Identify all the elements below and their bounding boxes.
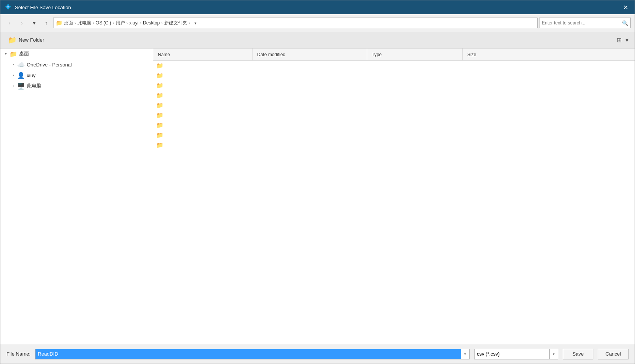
file-row[interactable]: 📁 [153, 91, 635, 100]
new-folder-label: New Folder [19, 37, 44, 43]
filename-input-wrapper: ▾ [35, 349, 470, 359]
dialog-icon: 💠 [5, 4, 12, 11]
breadcrumb-sep-7: › [189, 21, 190, 25]
breadcrumb-sep-1: › [75, 21, 76, 25]
new-folder-button[interactable]: 📁 New Folder [5, 34, 47, 46]
breadcrumb-sep-2: › [93, 21, 94, 25]
filetype-input[interactable] [474, 349, 550, 359]
tree-toggle-thispc[interactable]: › [10, 82, 17, 90]
breadcrumb-folder-icon: 📁 [56, 20, 62, 26]
header-date[interactable]: Date modified [253, 49, 367, 60]
file-row[interactable]: 📁 [153, 71, 635, 81]
folder-icon: 📁 [156, 82, 164, 89]
tree-label-thispc: 此电脑 [27, 83, 42, 89]
new-folder-icon: 📁 [8, 36, 16, 44]
tree-toggle-desktop[interactable]: ▾ [2, 50, 10, 58]
view-dropdown-button[interactable]: ▾ [624, 36, 630, 44]
breadcrumb-item-osc[interactable]: OS (C:) [96, 20, 111, 26]
tree-toggle-xiuyi[interactable]: › [10, 71, 17, 79]
header-type[interactable]: Type [367, 49, 463, 60]
folder-icon: 📁 [156, 92, 164, 99]
tree-toggle-onedrive[interactable]: › [10, 61, 17, 68]
file-row[interactable]: 📁 [153, 61, 635, 71]
history-dropdown-button[interactable]: ▾ [29, 18, 39, 28]
tree-item-desktop[interactable]: ▾ 📁 桌面 [0, 49, 153, 59]
view-options: ⊞ ▾ [615, 36, 630, 44]
folder-icon: 📁 [156, 142, 164, 149]
bottom-bar: File Name: ▾ ▾ Save Cancel [0, 344, 635, 364]
up-button[interactable]: ↑ [41, 18, 52, 28]
header-size[interactable]: Size [463, 49, 635, 60]
tree-label-onedrive: OneDrive - Personal [27, 62, 72, 68]
breadcrumb-label: 新建文件夹 [164, 20, 187, 26]
filetype-dropdown-button[interactable]: ▾ [550, 349, 558, 359]
breadcrumb-item-thispc[interactable]: 此电脑 [78, 20, 91, 26]
filename-dropdown-button[interactable]: ▾ [461, 349, 470, 359]
tree-label-xiuyi: xiuyi [27, 73, 37, 78]
new-folder-bar: 📁 New Folder ⊞ ▾ [0, 32, 635, 49]
breadcrumb-item-users[interactable]: 用户 [116, 20, 125, 26]
breadcrumb-dropdown-button[interactable]: ▾ [191, 18, 199, 28]
dialog-title: Select File Save Location [15, 5, 621, 10]
folder-icon: 📁 [156, 62, 164, 69]
title-bar: 💠 Select File Save Location ✕ [0, 0, 635, 14]
close-button[interactable]: ✕ [621, 3, 630, 12]
breadcrumb-label: 桌面 [64, 20, 73, 26]
tree-panel: ▾ 📁 桌面 › ☁️ OneDrive - Personal › 👤 xiuy… [0, 49, 153, 344]
breadcrumb-item-xiuyi[interactable]: xiuyi [129, 20, 138, 26]
breadcrumb-label: 用户 [116, 20, 125, 26]
user-icon-xiuyi: 👤 [17, 72, 25, 79]
back-button[interactable]: ‹ [4, 18, 15, 28]
folder-icon: 📁 [156, 112, 164, 119]
tree-item-onedrive[interactable]: › ☁️ OneDrive - Personal [0, 59, 153, 70]
breadcrumb-item-desktop[interactable]: 桌面 [64, 20, 73, 26]
folder-icon: 📁 [156, 102, 164, 109]
view-details-button[interactable]: ⊞ [615, 36, 623, 44]
file-row[interactable]: 📁 [153, 130, 635, 140]
folder-icon: 📁 [156, 122, 164, 129]
tree-item-xiuyi[interactable]: › 👤 xiuyi [0, 70, 153, 81]
filetype-select-wrapper: ▾ [474, 349, 558, 359]
file-row[interactable]: 📁 [153, 81, 635, 91]
filename-label: File Name: [6, 351, 31, 357]
breadcrumb-sep-3: › [113, 21, 114, 25]
file-list: 📁 📁 📁 📁 📁 [153, 61, 635, 344]
folder-icon-desktop: 📁 [10, 50, 17, 58]
breadcrumb-label: Desktop [143, 20, 160, 26]
file-row[interactable]: 📁 [153, 110, 635, 120]
main-content: ▾ 📁 桌面 › ☁️ OneDrive - Personal › 👤 xiuy… [0, 49, 635, 344]
folder-icon: 📁 [156, 72, 164, 79]
breadcrumb-sep-4: › [126, 21, 128, 25]
pc-icon-thispc: 🖥️ [17, 83, 25, 90]
breadcrumb-label: 此电脑 [78, 20, 91, 26]
file-panel: Name Date modified Type Size 📁 [153, 49, 635, 344]
breadcrumb-item-desktop2[interactable]: Desktop [143, 20, 160, 26]
toolbar: ‹ › ▾ ↑ 📁 桌面 › 此电脑 › OS (C:) › 用户 › xiuy… [0, 14, 635, 32]
save-button[interactable]: Save [563, 349, 593, 359]
search-icon: 🔍 [622, 20, 628, 26]
forward-button[interactable]: › [16, 18, 27, 28]
search-bar: 🔍 [539, 18, 631, 28]
cloud-icon-onedrive: ☁️ [17, 61, 25, 68]
breadcrumb-sep-5: › [140, 21, 141, 25]
file-list-header: Name Date modified Type Size [153, 49, 635, 61]
breadcrumb-bar[interactable]: 📁 桌面 › 此电脑 › OS (C:) › 用户 › xiuyi › Desk… [53, 18, 538, 28]
search-input[interactable] [542, 20, 622, 26]
cancel-button[interactable]: Cancel [598, 349, 629, 359]
header-name[interactable]: Name [153, 49, 253, 60]
breadcrumb-label: OS (C:) [96, 20, 111, 26]
save-dialog: 💠 Select File Save Location ✕ ‹ › ▾ ↑ 📁 … [0, 0, 635, 364]
breadcrumb-item-newfolder[interactable]: 新建文件夹 [164, 20, 187, 26]
breadcrumb-sep-6: › [161, 21, 163, 25]
breadcrumb-label: xiuyi [129, 20, 138, 26]
folder-icon: 📁 [156, 132, 164, 139]
file-row[interactable]: 📁 [153, 140, 635, 150]
filename-input[interactable] [35, 349, 461, 359]
tree-item-thispc[interactable]: › 🖥️ 此电脑 [0, 81, 153, 91]
tree-label-desktop: 桌面 [19, 50, 29, 57]
file-row[interactable]: 📁 [153, 100, 635, 110]
file-row[interactable]: 📁 [153, 120, 635, 130]
